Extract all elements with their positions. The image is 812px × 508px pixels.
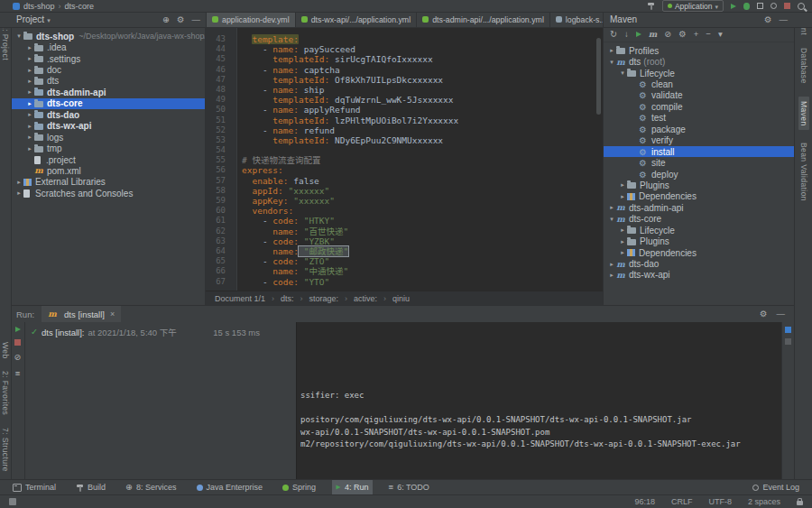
indent-setting[interactable]: 2 spaces (748, 497, 780, 506)
tree-expand-arrow-icon[interactable]: ▸ (25, 78, 34, 85)
project-item-dts-dao[interactable]: ▸dts-dao (11, 109, 205, 120)
tool-button-spring[interactable]: Spring (279, 480, 319, 495)
rerun-icon[interactable] (15, 327, 21, 332)
tool-button-java-enterprise[interactable]: Java Enterprise (193, 480, 267, 495)
project-item-idea[interactable]: ▸.idea (11, 42, 205, 52)
project-item-dts-wx-api[interactable]: ▸dts-wx-api (11, 121, 205, 132)
project-item-tmp[interactable]: ▸tmp (11, 143, 205, 153)
soft-wrap-icon[interactable] (785, 338, 791, 345)
maven-item-dependencies[interactable]: ▸Dependencies (604, 191, 794, 202)
breadcrumb-item-dts[interactable]: dts: (272, 294, 294, 303)
settings-icon[interactable]: ⚙ (760, 309, 768, 319)
stop-icon[interactable] (14, 339, 21, 346)
run-result-row[interactable]: ✓ dts [install]: at 2021/1/18, 5:40 下午 1… (25, 321, 296, 338)
editor-tab-dts-wx-api-application-yml[interactable]: dts-wx-api/.../application.yml (296, 12, 418, 27)
maven-item-deploy[interactable]: ⚙deploy (604, 169, 794, 180)
maven-item-test[interactable]: ⚙test (604, 113, 794, 124)
tool-button-8-services[interactable]: ⊕8: Services (122, 480, 180, 495)
project-item-logs[interactable]: ▸logs (11, 132, 205, 143)
code-line-53[interactable]: 53 templateId: NDy6EpPuu2C9NMUxxxxxx (206, 135, 603, 145)
tree-expand-arrow-icon[interactable]: ▾ (14, 32, 23, 40)
editor-tab-dts-admin-api-application-yml[interactable]: dts-admin-api/.../application.yml (417, 12, 550, 27)
maven-item-plugins[interactable]: ▸Plugins (604, 180, 794, 190)
editor-area[interactable]: 43 template:44 - name: paySucceed45 temp… (206, 27, 603, 291)
project-item-dts-admin-api[interactable]: ▸dts-admin-api (11, 87, 205, 97)
project-item-dts-core[interactable]: ▸dts-core (11, 98, 205, 109)
maven-item-clean[interactable]: ⚙clean (604, 79, 794, 89)
tree-expand-arrow-icon[interactable]: ▸ (25, 111, 34, 118)
profiler-icon[interactable] (770, 3, 777, 9)
stop-icon[interactable] (784, 3, 790, 9)
code-line-59[interactable]: 59 appKey: "xxxxxx" (206, 196, 603, 206)
run-icon[interactable] (731, 4, 736, 9)
tree-expand-arrow-icon[interactable]: ▸ (618, 193, 627, 200)
code-line-55[interactable]: 55# 快递物流查询配置 (206, 155, 603, 165)
skip-tests-icon[interactable]: ⊘ (14, 353, 22, 362)
code-area[interactable]: 43 template:44 - name: paySucceed45 temp… (206, 34, 603, 287)
collapse-all-icon[interactable]: − (706, 30, 711, 39)
tree-expand-arrow-icon[interactable]: ▸ (25, 55, 34, 62)
file-encoding[interactable]: UTF-8 (708, 497, 732, 506)
maven-item-profiles[interactable]: ▸Profiles (604, 45, 794, 56)
breadcrumb-module[interactable]: dts-core (65, 2, 95, 11)
tree-expand-arrow-icon[interactable]: ▸ (25, 100, 34, 107)
locate-icon[interactable]: ⊕ (162, 15, 170, 24)
project-item-pom-xml[interactable]: mpom.xml (11, 165, 205, 176)
breadcrumb-item-document-1-1[interactable]: Document 1/1 (215, 294, 265, 303)
maven-item-dts-core[interactable]: ▾mdts-core (604, 214, 794, 225)
tree-expand-arrow-icon[interactable]: ▸ (607, 47, 616, 54)
scroll-to-end-icon[interactable] (785, 327, 791, 333)
stripe-button-web[interactable]: Web (1, 342, 10, 359)
tree-expand-arrow-icon[interactable]: ▸ (607, 204, 616, 211)
breadcrumb-item-qiniu[interactable]: qiniu (383, 294, 410, 303)
code-line-43[interactable]: 43 template: (206, 34, 603, 44)
code-line-64[interactable]: 64 name: "邮政快递" (206, 246, 603, 256)
code-line-61[interactable]: 61 - code: "HTKY" (206, 216, 603, 226)
project-item-settings[interactable]: ▸.settings (11, 53, 205, 64)
profiles-icon[interactable]: ▾ (718, 30, 723, 39)
tree-expand-arrow-icon[interactable]: ▸ (25, 145, 34, 152)
project-item-dts[interactable]: ▸dts (11, 76, 205, 87)
build-hammer-icon[interactable] (647, 2, 655, 10)
minimize-icon[interactable]: — (192, 15, 201, 24)
stripe-button-bean-validation[interactable]: Bean Validation (799, 143, 808, 201)
tool-button-build[interactable]: Build (72, 480, 109, 495)
code-line-54[interactable]: 54 (206, 145, 603, 155)
lock-icon[interactable] (797, 501, 803, 505)
maven-item-verify[interactable]: ⚙verify (604, 135, 794, 146)
code-line-49[interactable]: 49 templateId: dqTuWzrnL_wwK-5Jsxxxxxx (206, 95, 603, 105)
stripe-button-1-project[interactable]: 1: Project (1, 24, 10, 60)
tree-expand-arrow-icon[interactable]: ▸ (618, 238, 627, 245)
maven-item-lifecycle[interactable]: ▸Lifecycle (604, 225, 794, 236)
chevron-down-icon[interactable] (44, 14, 51, 24)
code-line-67[interactable]: 67 - code: "YTO" (206, 277, 603, 287)
maven-item-dependencies[interactable]: ▸Dependencies (604, 247, 794, 258)
code-line-45[interactable]: 45 templateId: sirUcgTAIQfoIxxxxxx (206, 54, 603, 64)
maven-item-lifecycle[interactable]: ▾Lifecycle (604, 68, 794, 79)
debug-icon[interactable] (743, 3, 750, 10)
minimize-icon[interactable]: — (780, 15, 789, 24)
download-icon[interactable]: ↓ (624, 30, 629, 39)
code-line-50[interactable]: 50 - name: applyRefund (206, 105, 603, 115)
code-line-46[interactable]: 46 - name: captcha (206, 65, 603, 75)
tree-expand-arrow-icon[interactable]: ▸ (25, 123, 34, 130)
run-config-selector[interactable]: Application (662, 0, 724, 12)
maven-item-package[interactable]: ⚙package (604, 124, 794, 134)
code-line-51[interactable]: 51 templateId: lzPHltMpUOiBol7i2Yxxxxxx (206, 115, 603, 125)
tool-button-6-todo[interactable]: ≡6: TODO (385, 480, 433, 495)
coverage-icon[interactable] (757, 3, 763, 9)
refresh-icon[interactable]: ↻ (610, 30, 617, 39)
code-line-56[interactable]: 56express: (206, 165, 603, 175)
code-line-63[interactable]: 63 - code: "YZBK" (206, 236, 603, 246)
tree-expand-arrow-icon[interactable]: ▸ (25, 44, 34, 51)
skip-tests-icon[interactable]: ⊘ (664, 30, 671, 39)
expand-all-icon[interactable]: + (694, 30, 699, 39)
maven-item-validate[interactable]: ⚙validate (604, 90, 794, 101)
editor-tab-application-dev-yml[interactable]: application-dev.yml (207, 12, 296, 27)
tree-expand-arrow-icon[interactable]: ▾ (607, 59, 616, 66)
code-line-58[interactable]: 58 appId: "xxxxxx" (206, 186, 603, 196)
code-line-44[interactable]: 44 - name: paySucceed (206, 44, 603, 54)
editor-scrollbar[interactable] (596, 38, 601, 115)
project-item-dts-shop[interactable]: ▾dts-shop~/Desktop/work/Java/java-wx-sho… (11, 31, 205, 42)
maven-goal-icon[interactable]: m (649, 30, 658, 39)
